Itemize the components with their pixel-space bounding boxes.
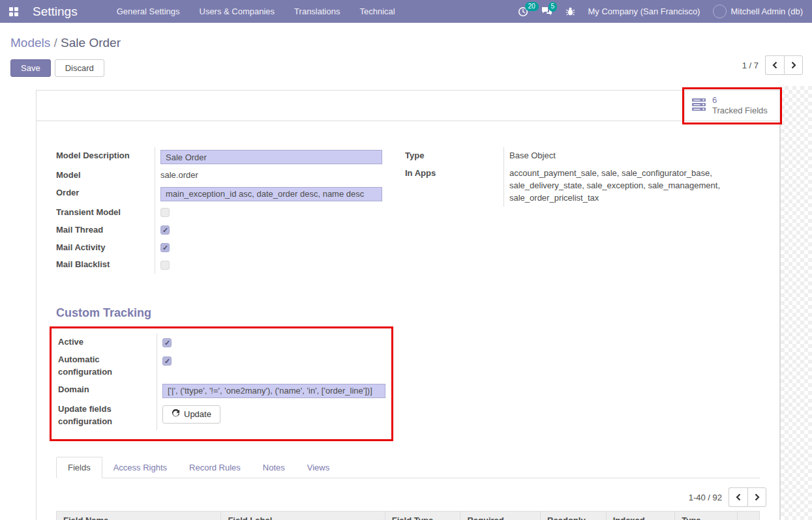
tab-views[interactable]: Views bbox=[296, 457, 340, 478]
activities-count-badge: 20 bbox=[525, 2, 539, 12]
fields-list-next-button[interactable] bbox=[747, 487, 766, 507]
tracked-fields-label: Tracked Fields bbox=[712, 106, 768, 116]
mail-blacklist-label: Mail Blacklist bbox=[56, 256, 155, 274]
in-apps-label: In Apps bbox=[405, 165, 504, 207]
record-pager: 1 / 7 bbox=[742, 55, 803, 75]
odoo-settings-page: Settings General Settings Users & Compan… bbox=[0, 0, 812, 520]
active-checkbox[interactable] bbox=[162, 338, 172, 347]
breadcrumb-current: Sale Order bbox=[61, 36, 121, 50]
refresh-icon bbox=[172, 409, 180, 420]
form-sheet: 6 Tracked Fields Model Description Model… bbox=[36, 90, 780, 520]
automatic-configuration-label: Automatic configuration bbox=[58, 351, 157, 381]
column-header-field-label[interactable]: Field Label bbox=[221, 512, 385, 520]
tracked-fields-count: 6 bbox=[712, 95, 768, 106]
save-button[interactable]: Save bbox=[10, 59, 51, 77]
domain-input[interactable] bbox=[162, 384, 385, 398]
transparent-strip bbox=[780, 86, 812, 520]
control-panel-buttons: Save Discard bbox=[10, 59, 802, 77]
update-fields-configuration-label: Update fields configuration bbox=[58, 401, 157, 431]
model-info-group: Model Description Model sale.order Order… bbox=[56, 147, 385, 274]
tab-record-rules[interactable]: Record Rules bbox=[178, 457, 252, 478]
domain-label: Domain bbox=[58, 381, 157, 401]
fields-list-pager: 1-40 / 92 bbox=[56, 487, 766, 507]
menu-translations[interactable]: Translations bbox=[294, 7, 340, 16]
update-button[interactable]: Update bbox=[162, 405, 220, 424]
mail-thread-checkbox[interactable] bbox=[160, 225, 170, 235]
user-name: Mitchell Admin (db) bbox=[730, 7, 803, 16]
type-info-group: Type Base Object In Apps account_payment… bbox=[405, 147, 760, 207]
main-menu: General Settings Users & Companies Trans… bbox=[117, 7, 395, 16]
fields-list-pager-value: 1-40 / 92 bbox=[689, 493, 722, 502]
tracked-fields-icon bbox=[691, 98, 706, 113]
annotation-box-custom-tracking: Active Automatic configuration Domain Up… bbox=[50, 326, 393, 441]
bug-icon bbox=[565, 7, 575, 16]
active-label: Active bbox=[58, 334, 157, 351]
user-menu[interactable]: Mitchell Admin (db) bbox=[713, 5, 803, 18]
fields-table-header-row: Field Name Field Label Field Type Requir… bbox=[57, 512, 760, 520]
company-switcher[interactable]: My Company (San Francisco) bbox=[588, 7, 700, 16]
fields-table: Field Name Field Label Field Type Requir… bbox=[56, 511, 760, 520]
column-header-type[interactable]: Type bbox=[675, 512, 738, 520]
record-pager-previous-button[interactable] bbox=[765, 55, 784, 75]
breadcrumb-separator: / bbox=[54, 36, 57, 50]
mail-blacklist-checkbox[interactable] bbox=[160, 261, 170, 270]
mail-activity-label: Mail Activity bbox=[56, 239, 155, 257]
custom-tracking-group: Active Automatic configuration Domain Up… bbox=[58, 334, 385, 430]
tab-notes[interactable]: Notes bbox=[252, 457, 296, 478]
breadcrumb: Models / Sale Order bbox=[10, 36, 802, 50]
menu-technical[interactable]: Technical bbox=[359, 7, 395, 16]
column-header-actions bbox=[737, 512, 759, 520]
column-header-required[interactable]: Required bbox=[460, 512, 541, 520]
sheet-body: Model Description Model sale.order Order… bbox=[37, 121, 779, 520]
type-value: Base Object bbox=[504, 147, 760, 165]
order-input[interactable] bbox=[160, 187, 382, 201]
messages-menu[interactable]: 5 bbox=[541, 7, 552, 16]
menu-users-companies[interactable]: Users & Companies bbox=[200, 7, 275, 16]
mail-thread-label: Mail Thread bbox=[56, 222, 155, 239]
transient-model-checkbox[interactable] bbox=[160, 208, 170, 217]
mail-activity-checkbox[interactable] bbox=[160, 243, 170, 252]
apps-menu-icon[interactable] bbox=[9, 7, 18, 16]
record-pager-value: 1 / 7 bbox=[742, 61, 759, 70]
type-label: Type bbox=[405, 147, 504, 165]
debug-menu[interactable] bbox=[565, 7, 575, 16]
model-value: sale.order bbox=[155, 167, 385, 184]
order-label: Order bbox=[56, 184, 155, 204]
notebook-tabs: Fields Access Rights Record Rules Notes … bbox=[56, 457, 760, 478]
systray: 20 5 My Company (San Francisco) Mitchell… bbox=[518, 5, 804, 18]
custom-tracking-heading: Custom Tracking bbox=[56, 306, 760, 320]
stat-button-box: 6 Tracked Fields bbox=[37, 91, 779, 121]
user-avatar bbox=[713, 5, 727, 18]
model-description-input[interactable] bbox=[160, 150, 382, 164]
column-header-field-name[interactable]: Field Name bbox=[57, 512, 221, 520]
messages-count-badge: 5 bbox=[549, 2, 558, 12]
column-header-readonly[interactable]: Readonly bbox=[541, 512, 607, 520]
column-header-indexed[interactable]: Indexed bbox=[606, 512, 675, 520]
model-label: Model bbox=[56, 167, 155, 184]
control-panel: Models / Sale Order Save Discard 1 / 7 bbox=[0, 23, 812, 86]
in-apps-value: account_payment_sale, sale, sale_configu… bbox=[504, 165, 760, 207]
tab-fields[interactable]: Fields bbox=[56, 457, 102, 478]
model-description-label: Model Description bbox=[56, 147, 155, 167]
menu-general-settings[interactable]: General Settings bbox=[117, 7, 180, 16]
update-button-label: Update bbox=[184, 409, 211, 419]
tab-access-rights[interactable]: Access Rights bbox=[102, 457, 178, 478]
discard-button[interactable]: Discard bbox=[55, 59, 104, 77]
transient-model-label: Transient Model bbox=[56, 204, 155, 222]
app-title[interactable]: Settings bbox=[33, 5, 78, 19]
fields-list-previous-button[interactable] bbox=[729, 487, 747, 507]
top-navbar: Settings General Settings Users & Compan… bbox=[0, 0, 812, 23]
breadcrumb-models-link[interactable]: Models bbox=[10, 36, 50, 50]
activities-menu[interactable]: 20 bbox=[518, 7, 528, 17]
automatic-configuration-checkbox[interactable] bbox=[162, 356, 172, 366]
tracked-fields-stat-button[interactable]: 6 Tracked Fields bbox=[684, 91, 777, 121]
record-pager-next-button[interactable] bbox=[784, 55, 803, 75]
column-header-field-type[interactable]: Field Type bbox=[385, 512, 460, 520]
